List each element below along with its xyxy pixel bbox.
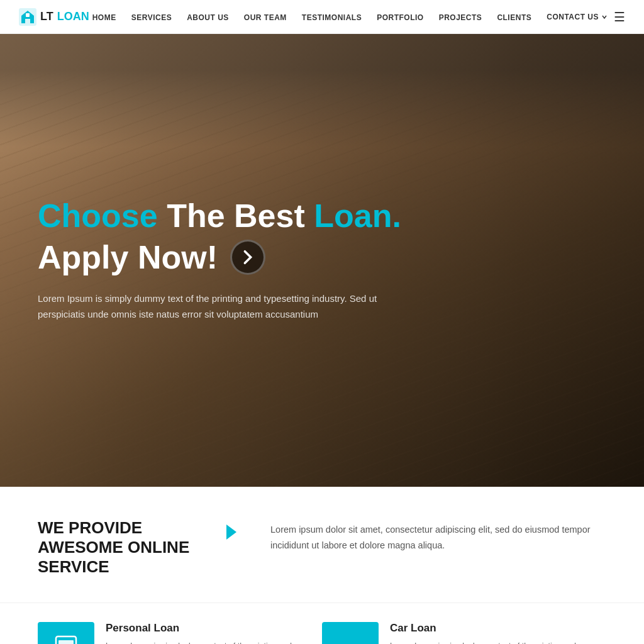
logo-icon (19, 8, 36, 26)
nav-links: HOME SERVICES ABOUT US OUR TEAM TESTIMON… (92, 11, 608, 23)
nav-item-testimonials[interactable]: TESTIMONIALS (302, 11, 362, 23)
svg-rect-3 (58, 640, 74, 644)
hero-content: Choose The Best Loan. Apply Now! Lorem I… (0, 198, 440, 322)
hero-best-text: The Best (167, 197, 314, 234)
nav-item-team[interactable]: OUR TEAM (244, 11, 287, 23)
loan-cards-section: Personal Loan Lorem Ipsum is simply dumm… (0, 603, 644, 644)
hamburger-icon[interactable]: ☰ (614, 9, 625, 25)
nav-item-home[interactable]: HOME (92, 11, 116, 23)
hero-loan-text: Loan. (314, 197, 401, 234)
service-strip-description: Lorem ipsum dolor sit amet, consectetur … (270, 518, 606, 553)
nav-item-clients[interactable]: CLIENTS (497, 11, 531, 23)
arrow-right-icon (239, 248, 257, 266)
car-loan-desc: Lorem Ipsum is simply dummy text of the … (390, 640, 606, 644)
hero-section: Choose The Best Loan. Apply Now! Lorem I… (0, 34, 644, 487)
service-strip: WE PROVIDE AWESOME ONLINE SERVICE Lorem … (0, 487, 644, 603)
service-strip-left: WE PROVIDE AWESOME ONLINE SERVICE (38, 518, 201, 577)
personal-loan-desc: Lorem Ipsum is simply dummy text of the … (106, 640, 322, 644)
chevron-right-icon[interactable] (226, 525, 236, 540)
nav-item-projects[interactable]: PROJECTS (439, 11, 482, 23)
navbar: LT LOAN HOME SERVICES ABOUT US OUR TEAM … (0, 0, 644, 34)
logo[interactable]: LT LOAN (19, 8, 89, 26)
hero-choose-text: Choose (38, 197, 158, 234)
car-loan-body: Car Loan Lorem Ipsum is simply dummy tex… (390, 622, 606, 644)
car-loan-svg-icon (334, 634, 367, 644)
logo-loan-text: LOAN (57, 10, 89, 23)
hero-description: Lorem Ipsum is simply dummy text of the … (38, 291, 402, 323)
svg-rect-1 (26, 13, 30, 17)
personal-loan-card: Personal Loan Lorem Ipsum is simply dumm… (38, 622, 322, 644)
nav-item-portfolio[interactable]: PORTFOLIO (377, 11, 424, 23)
nav-item-services[interactable]: SERVICES (131, 11, 172, 23)
personal-loan-icon (38, 622, 94, 644)
service-strip-title: WE PROVIDE AWESOME ONLINE SERVICE (38, 518, 201, 577)
logo-lt-text: LT (40, 10, 53, 23)
hero-apply-text: Apply Now! (38, 240, 218, 275)
hero-title-line1: Choose The Best Loan. (38, 198, 402, 234)
service-strip-arrow[interactable] (226, 518, 245, 540)
car-loan-card: Car Loan Lorem Ipsum is simply dummy tex… (322, 622, 606, 644)
car-loan-icon (322, 622, 379, 644)
personal-loan-title: Personal Loan (106, 622, 322, 635)
nav-item-contact[interactable]: CONTACT US (547, 13, 608, 21)
personal-loan-body: Personal Loan Lorem Ipsum is simply dumm… (106, 622, 322, 644)
hero-title-line2: Apply Now! (38, 240, 402, 275)
hero-arrow-button[interactable] (230, 240, 265, 275)
chevron-down-icon (601, 14, 608, 20)
personal-loan-svg-icon (50, 634, 82, 644)
nav-item-about[interactable]: ABOUT US (187, 11, 229, 23)
car-loan-title: Car Loan (390, 622, 606, 635)
